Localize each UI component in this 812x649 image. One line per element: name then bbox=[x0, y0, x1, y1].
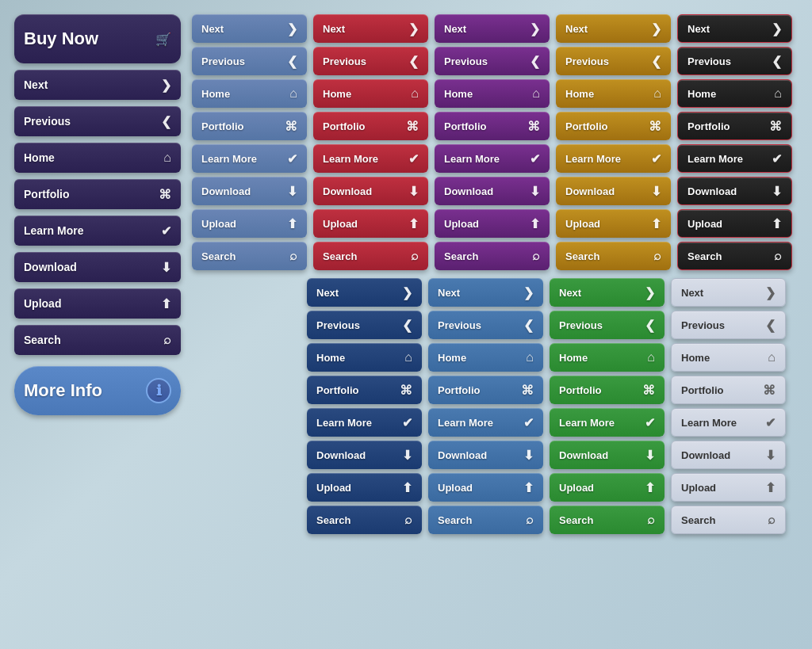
port-btn-gold[interactable]: Portfolio bbox=[556, 112, 671, 140]
check-icon-blk bbox=[772, 151, 782, 166]
ul-btn-lg[interactable]: Upload bbox=[671, 473, 786, 502]
home-button-dark[interactable]: Home bbox=[14, 143, 181, 173]
port-icon-gold bbox=[649, 119, 661, 134]
buy-now-button[interactable]: Buy Now 🛒 bbox=[14, 14, 181, 63]
srch-btn-bluegray[interactable]: Search bbox=[192, 242, 307, 270]
port-btn-navy[interactable]: Portfolio bbox=[307, 376, 422, 404]
next-btn-bluegray[interactable]: Next bbox=[192, 14, 307, 43]
port-btn-black[interactable]: Portfolio bbox=[677, 112, 792, 140]
prev-btn-bluegray[interactable]: Previous bbox=[192, 47, 307, 75]
ul-btn-sb[interactable]: Upload bbox=[428, 473, 543, 502]
lm-btn-red[interactable]: Learn More bbox=[313, 144, 428, 173]
home-btn-navy[interactable]: Home bbox=[307, 343, 422, 372]
prev-btn-grn[interactable]: Previous bbox=[550, 311, 665, 339]
next-btn-dp[interactable]: Next bbox=[435, 14, 550, 43]
lm-btn-black[interactable]: Learn More bbox=[677, 144, 792, 173]
lm-btn-navy[interactable]: Learn More bbox=[307, 408, 422, 437]
home-icon-sb bbox=[526, 350, 534, 365]
home-btn-red[interactable]: Home bbox=[313, 79, 428, 108]
prev-btn-red[interactable]: Previous bbox=[313, 47, 428, 75]
dl-btn-sb[interactable]: Download bbox=[428, 441, 543, 469]
prev-btn-navy[interactable]: Previous bbox=[307, 311, 422, 339]
next-btn-red[interactable]: Next bbox=[313, 14, 428, 43]
prev-btn-black[interactable]: Previous bbox=[677, 47, 792, 75]
dl-btn-bluegray[interactable]: Download bbox=[192, 177, 307, 205]
next-icon-grn bbox=[645, 285, 655, 300]
srch-btn-sb[interactable]: Search bbox=[428, 506, 543, 534]
dl-icon-grn bbox=[645, 448, 655, 463]
prev-icon-lg bbox=[765, 318, 776, 333]
ul-icon-sb bbox=[523, 480, 534, 495]
prev-icon-sb bbox=[523, 318, 534, 333]
lm-btn-grn[interactable]: Learn More bbox=[550, 408, 665, 437]
dl-btn-lg[interactable]: Download bbox=[671, 441, 786, 469]
dl-btn-navy[interactable]: Download bbox=[307, 441, 422, 469]
home-icon-r bbox=[411, 86, 419, 101]
download-button-dark[interactable]: Download bbox=[14, 252, 181, 282]
more-info-button[interactable]: More Info ℹ bbox=[14, 366, 181, 415]
srch-btn-black[interactable]: Search bbox=[677, 242, 792, 270]
next-icon-lg bbox=[765, 285, 776, 300]
search-icon bbox=[163, 333, 171, 347]
port-btn-lg[interactable]: Portfolio bbox=[671, 376, 786, 404]
port-btn-red[interactable]: Portfolio bbox=[313, 112, 428, 140]
prev-btn-sb[interactable]: Previous bbox=[428, 311, 543, 339]
next-icon-gold bbox=[651, 21, 661, 36]
next-btn-black[interactable]: Next bbox=[677, 14, 792, 43]
next-btn-lg[interactable]: Next bbox=[671, 278, 786, 307]
home-btn-sb[interactable]: Home bbox=[428, 343, 543, 372]
prev-btn-gold[interactable]: Previous bbox=[556, 47, 671, 75]
portfolio-button-dark[interactable]: Portfolio bbox=[14, 179, 181, 209]
home-btn-grn[interactable]: Home bbox=[550, 343, 665, 372]
lm-btn-dp[interactable]: Learn More bbox=[435, 144, 550, 173]
lm-btn-bluegray[interactable]: Learn More bbox=[192, 144, 307, 173]
next-button-dark[interactable]: Next bbox=[14, 70, 181, 100]
next-btn-sb[interactable]: Next bbox=[428, 278, 543, 307]
ul-btn-navy[interactable]: Upload bbox=[307, 473, 422, 502]
lm-btn-sb[interactable]: Learn More bbox=[428, 408, 543, 437]
srch-btn-dp[interactable]: Search bbox=[435, 242, 550, 270]
ul-btn-dp[interactable]: Upload bbox=[435, 209, 550, 238]
next-btn-gold[interactable]: Next bbox=[556, 14, 671, 43]
ul-btn-grn[interactable]: Upload bbox=[550, 473, 665, 502]
srch-icon-lg bbox=[768, 513, 776, 527]
srch-btn-grn[interactable]: Search bbox=[550, 506, 665, 534]
dl-btn-black[interactable]: Download bbox=[677, 177, 792, 205]
learn-more-button-dark[interactable]: Learn More bbox=[14, 216, 181, 246]
next-btn-navy[interactable]: Next bbox=[307, 278, 422, 307]
more-info-label: More Info bbox=[24, 380, 146, 401]
srch-btn-red[interactable]: Search bbox=[313, 242, 428, 270]
home-btn-black[interactable]: Home bbox=[677, 79, 792, 108]
port-btn-dp[interactable]: Portfolio bbox=[435, 112, 550, 140]
previous-button-dark[interactable]: Previous bbox=[14, 106, 181, 136]
dl-btn-red[interactable]: Download bbox=[313, 177, 428, 205]
dl-btn-grn[interactable]: Download bbox=[550, 441, 665, 469]
dl-btn-dp[interactable]: Download bbox=[435, 177, 550, 205]
search-button-dark[interactable]: Search bbox=[14, 325, 181, 355]
srch-btn-lg[interactable]: Search bbox=[671, 506, 786, 534]
bottom-button-rows: Next Previous Home Portfolio Learn More bbox=[307, 278, 798, 534]
prev-btn-dp[interactable]: Previous bbox=[435, 47, 550, 75]
home-btn-dp[interactable]: Home bbox=[435, 79, 550, 108]
home-btn-gold[interactable]: Home bbox=[556, 79, 671, 108]
port-btn-bluegray[interactable]: Portfolio bbox=[192, 112, 307, 140]
upload-button-dark[interactable]: Upload bbox=[14, 288, 181, 319]
port-btn-grn[interactable]: Portfolio bbox=[550, 376, 665, 404]
prev-btn-lg[interactable]: Previous bbox=[671, 311, 786, 339]
prev-icon-bg bbox=[287, 54, 297, 69]
dl-btn-gold[interactable]: Download bbox=[556, 177, 671, 205]
home-btn-lg[interactable]: Home bbox=[671, 343, 786, 372]
srch-btn-navy[interactable]: Search bbox=[307, 506, 422, 534]
home-icon-lg bbox=[768, 350, 776, 365]
dl-icon-sb bbox=[523, 448, 534, 463]
ul-btn-red[interactable]: Upload bbox=[313, 209, 428, 238]
ul-btn-bluegray[interactable]: Upload bbox=[192, 209, 307, 238]
lm-btn-gold[interactable]: Learn More bbox=[556, 144, 671, 173]
ul-btn-gold[interactable]: Upload bbox=[556, 209, 671, 238]
home-btn-bluegray[interactable]: Home bbox=[192, 79, 307, 108]
port-btn-sb[interactable]: Portfolio bbox=[428, 376, 543, 404]
srch-btn-gold[interactable]: Search bbox=[556, 242, 671, 270]
lm-btn-lg[interactable]: Learn More bbox=[671, 408, 786, 437]
ul-btn-black[interactable]: Upload bbox=[677, 209, 792, 238]
next-btn-grn[interactable]: Next bbox=[550, 278, 665, 307]
